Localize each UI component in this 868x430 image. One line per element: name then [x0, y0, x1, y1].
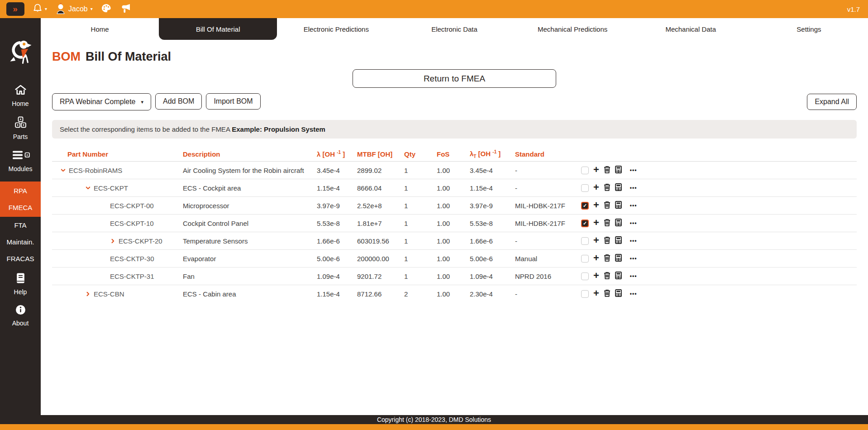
- row-more-button[interactable]: •••: [630, 291, 637, 297]
- sidebar-expand-button[interactable]: »: [6, 2, 24, 16]
- info-icon: [15, 305, 26, 316]
- add-row-button[interactable]: +: [593, 164, 599, 176]
- qty-cell: 2: [404, 290, 437, 298]
- delete-row-button[interactable]: [604, 183, 610, 192]
- select-checkbox[interactable]: ✓: [581, 237, 589, 245]
- return-to-fmea-button[interactable]: Return to FMEA: [353, 69, 556, 88]
- table-row: ECS-CKPT-10 Cockpit Control Panel 5.53e-…: [52, 215, 857, 232]
- sidebar-item-label: Parts: [13, 133, 28, 140]
- tab-electronic-data[interactable]: Electronic Data: [395, 18, 513, 40]
- caret-down-icon: ▾: [91, 7, 93, 11]
- sidebar-item-parts[interactable]: Parts: [0, 116, 41, 140]
- delete-row-button[interactable]: [604, 219, 610, 228]
- select-checkbox[interactable]: ✓: [581, 290, 589, 298]
- plus-icon: +: [593, 270, 599, 282]
- calculate-row-button[interactable]: [615, 166, 622, 175]
- check-icon: ✓: [583, 203, 587, 208]
- sidebar-module-rpa[interactable]: RPA: [0, 182, 41, 199]
- mtbf-cell: 200000.00: [357, 255, 404, 263]
- qty-cell: 1: [404, 255, 437, 263]
- chevron-right-icon[interactable]: [85, 291, 91, 297]
- qty-cell: 1: [404, 167, 437, 174]
- delete-row-button[interactable]: [604, 289, 610, 298]
- calculate-row-button[interactable]: [615, 272, 622, 281]
- add-bom-button[interactable]: Add BOM: [155, 93, 202, 110]
- select-checkbox[interactable]: ✓: [581, 167, 589, 174]
- add-row-button[interactable]: +: [593, 270, 599, 282]
- row-more-button[interactable]: •••: [630, 202, 637, 209]
- import-bom-button[interactable]: Import BOM: [206, 93, 260, 110]
- calculate-row-button[interactable]: [615, 289, 622, 298]
- robin-logo[interactable]: [7, 38, 33, 68]
- row-more-button[interactable]: •••: [630, 238, 637, 244]
- fmea-name: Example: Propulsion System: [232, 125, 325, 133]
- bom-badge: BOM: [52, 50, 81, 64]
- notifications-button[interactable]: ▾: [33, 3, 47, 15]
- table-row: ECS-CKPT-00 Microprocessor 3.97e-9 2.52e…: [52, 197, 857, 215]
- delete-row-button[interactable]: [604, 254, 610, 263]
- bom-select[interactable]: RPA Webinar Complete ▾: [52, 93, 151, 110]
- announcements-button[interactable]: [120, 4, 131, 14]
- add-row-button[interactable]: +: [593, 217, 599, 229]
- part-number-cell: ECS-CKTP-31: [52, 272, 183, 280]
- calculate-row-button[interactable]: [615, 201, 622, 210]
- delete-row-button[interactable]: [604, 201, 610, 210]
- select-checkbox[interactable]: ✓: [581, 220, 589, 227]
- calculate-row-button[interactable]: [615, 183, 622, 192]
- add-row-button[interactable]: +: [593, 252, 599, 264]
- part-number-cell: ECS-CKTP-30: [52, 255, 183, 263]
- chevron-down-icon[interactable]: [85, 185, 91, 191]
- expand-all-button[interactable]: Expand All: [807, 94, 857, 110]
- row-actions: ✓ + •••: [581, 236, 649, 246]
- theme-button[interactable]: [101, 4, 111, 14]
- column-header: Description: [183, 150, 317, 158]
- calculate-row-button[interactable]: [615, 236, 622, 245]
- lambda-t-cell: 1.66e-6: [470, 237, 515, 245]
- part-number: ECS-CKPT-10: [110, 220, 154, 227]
- qty-cell: 1: [404, 202, 437, 210]
- sidebar-item-help[interactable]: Help: [0, 272, 41, 296]
- sidebar-item-home[interactable]: Home: [0, 84, 41, 107]
- sidebar-module-fta[interactable]: FTA: [0, 217, 41, 234]
- calculate-row-button[interactable]: [615, 254, 622, 263]
- delete-row-button[interactable]: [604, 272, 610, 281]
- sidebar-module-maintain[interactable]: Maintain.: [0, 234, 41, 250]
- select-checkbox[interactable]: ✓: [581, 184, 589, 192]
- tab-electronic-predictions[interactable]: Electronic Predictions: [277, 18, 395, 40]
- tab-mechanical-predictions[interactable]: Mechanical Predictions: [514, 18, 632, 40]
- row-more-button[interactable]: •••: [630, 273, 637, 279]
- row-more-button[interactable]: •••: [630, 255, 637, 262]
- sidebar-item-modules[interactable]: Modules: [0, 149, 41, 172]
- add-row-button[interactable]: +: [593, 287, 599, 299]
- sidebar-module-fracas[interactable]: FRACAS: [0, 250, 41, 267]
- delete-row-button[interactable]: [604, 236, 610, 245]
- tab-mechanical-data[interactable]: Mechanical Data: [632, 18, 750, 40]
- trash-icon: [604, 219, 610, 228]
- row-more-button[interactable]: •••: [630, 220, 637, 226]
- add-row-button[interactable]: +: [593, 182, 599, 193]
- tab-settings[interactable]: Settings: [750, 18, 868, 40]
- part-number: ECS-CBN: [94, 290, 124, 298]
- select-checkbox[interactable]: ✓: [581, 272, 589, 280]
- add-row-button[interactable]: +: [593, 199, 599, 211]
- delete-row-button[interactable]: [604, 166, 610, 175]
- check-icon: ✓: [583, 221, 587, 226]
- select-checkbox[interactable]: ✓: [581, 202, 589, 210]
- add-row-button[interactable]: +: [593, 234, 599, 246]
- user-menu[interactable]: Jacob ▾: [56, 2, 93, 16]
- calculate-row-button[interactable]: [615, 219, 622, 228]
- chevron-down-icon[interactable]: [60, 167, 66, 173]
- lambda-t-cell: 3.97e-9: [470, 202, 515, 210]
- caret-down-icon: ▾: [45, 7, 47, 11]
- tab-bill-of-material[interactable]: Bill Of Material: [159, 18, 277, 40]
- row-more-button[interactable]: •••: [630, 167, 637, 173]
- chevron-right-icon[interactable]: [110, 238, 116, 244]
- plus-icon: +: [593, 182, 599, 193]
- sidebar-module-fmeca[interactable]: FMECA: [0, 199, 41, 216]
- select-checkbox[interactable]: ✓: [581, 255, 589, 263]
- table-row: ECS-RobinRAMS Air Cooling System for the…: [52, 162, 857, 179]
- row-more-button[interactable]: •••: [630, 185, 637, 191]
- sidebar-item-about[interactable]: About: [0, 305, 41, 327]
- tab-home[interactable]: Home: [41, 18, 159, 40]
- description-cell: Evaporator: [183, 255, 317, 263]
